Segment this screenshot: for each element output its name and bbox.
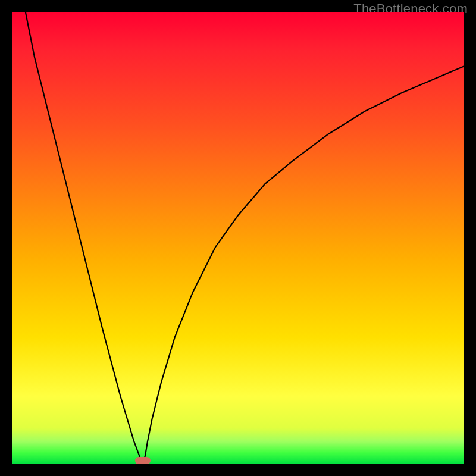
bottleneck-curve	[12, 12, 464, 464]
optimal-point-marker	[135, 457, 151, 464]
chart-plot-area	[12, 12, 464, 464]
